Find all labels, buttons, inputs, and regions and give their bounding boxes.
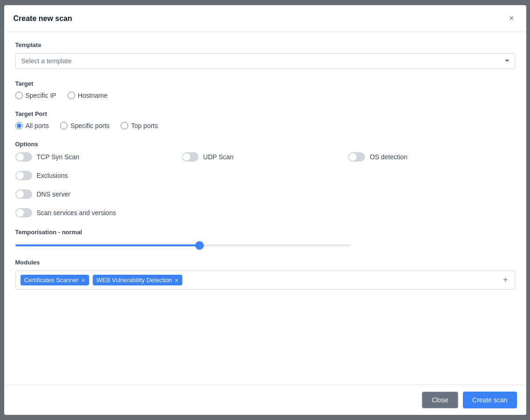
target-port-section: Target Port All ports Specific ports Top… bbox=[15, 110, 515, 129]
port-all-radio[interactable] bbox=[15, 122, 23, 129]
create-scan-button[interactable]: Create scan bbox=[463, 392, 516, 408]
scan-services-label: Scan services and versions bbox=[37, 209, 116, 217]
template-section: Template Select a template bbox=[15, 41, 515, 69]
exclusions-toggle[interactable] bbox=[15, 171, 32, 180]
modules-label: Modules bbox=[15, 259, 515, 266]
udp-scan-label: UDP Scan bbox=[203, 153, 234, 161]
modules-section: Modules Certificates Scanner × WEB Vulne… bbox=[15, 259, 515, 290]
scan-services-option: Scan services and versions bbox=[15, 208, 515, 217]
port-specific-radio[interactable] bbox=[60, 122, 68, 129]
modal-overlay: Create new scan × Template Select a temp… bbox=[0, 0, 530, 420]
template-label: Template bbox=[15, 41, 515, 48]
dns-server-option: DNS server bbox=[15, 190, 515, 199]
target-port-radio-group: All ports Specific ports Top ports bbox=[15, 122, 515, 129]
modal-header: Create new scan × bbox=[4, 5, 526, 32]
exclusions-option: Exclusions bbox=[15, 171, 515, 180]
port-all-label: All ports bbox=[26, 122, 49, 129]
scan-services-toggle[interactable] bbox=[15, 208, 32, 217]
options-section: Options TCP Syn Scan UDP Scan OS detecti… bbox=[15, 141, 515, 217]
slider-wrapper bbox=[15, 240, 351, 248]
modules-box: Certificates Scanner × WEB Vulnerability… bbox=[15, 271, 515, 290]
template-select[interactable]: Select a template bbox=[15, 53, 515, 69]
os-detection-toggle[interactable] bbox=[348, 152, 365, 162]
module-tag-certificates-scanner-remove[interactable]: × bbox=[82, 277, 85, 284]
tcp-syn-scan-toggle[interactable] bbox=[15, 152, 32, 162]
exclusions-label: Exclusions bbox=[37, 172, 68, 179]
close-icon: × bbox=[509, 14, 514, 23]
tcp-syn-scan-label: TCP Syn Scan bbox=[37, 153, 80, 161]
modal-footer: Close Create scan bbox=[4, 385, 526, 415]
temporisation-slider[interactable] bbox=[15, 244, 351, 246]
options-row-1: TCP Syn Scan UDP Scan OS detection bbox=[15, 152, 515, 162]
port-top-option[interactable]: Top ports bbox=[121, 122, 158, 129]
udp-scan-option: UDP Scan bbox=[182, 152, 348, 162]
target-hostname-radio[interactable] bbox=[68, 92, 75, 99]
os-detection-label: OS detection bbox=[370, 153, 407, 161]
target-specific-ip-radio[interactable] bbox=[15, 92, 23, 99]
port-top-label: Top ports bbox=[131, 122, 158, 129]
options-label: Options bbox=[15, 141, 515, 148]
module-tag-certificates-scanner-label: Certificates Scanner bbox=[24, 277, 79, 284]
target-port-label: Target Port bbox=[15, 110, 515, 117]
target-hostname-label: Hostname bbox=[78, 92, 108, 99]
port-specific-option[interactable]: Specific ports bbox=[60, 122, 110, 129]
module-tag-certificates-scanner: Certificates Scanner × bbox=[21, 275, 89, 285]
port-all-option[interactable]: All ports bbox=[15, 122, 49, 129]
plus-icon: + bbox=[503, 275, 508, 285]
target-radio-group: Specific IP Hostname bbox=[15, 92, 515, 99]
temporisation-label: Temporisation - normal bbox=[15, 229, 515, 236]
port-top-radio[interactable] bbox=[121, 122, 128, 129]
target-specific-ip-label: Specific IP bbox=[26, 92, 56, 99]
modules-add-button[interactable]: + bbox=[501, 275, 510, 285]
options-row-2: Exclusions bbox=[15, 171, 515, 180]
modal-dialog: Create new scan × Template Select a temp… bbox=[4, 5, 526, 415]
dns-server-toggle[interactable] bbox=[15, 190, 32, 199]
dns-server-label: DNS server bbox=[37, 190, 70, 198]
module-tag-web-vulnerability-detection: WEB Vulnerability Detection × bbox=[93, 275, 182, 285]
temporisation-section: Temporisation - normal bbox=[15, 229, 515, 248]
modal-title: Create new scan bbox=[14, 14, 72, 23]
target-specific-ip-option[interactable]: Specific IP bbox=[15, 92, 56, 99]
target-label: Target bbox=[15, 80, 515, 87]
close-button[interactable]: Close bbox=[422, 392, 458, 408]
options-row-4: Scan services and versions bbox=[15, 208, 515, 217]
target-hostname-option[interactable]: Hostname bbox=[68, 92, 108, 99]
module-tag-web-vulnerability-detection-label: WEB Vulnerability Detection bbox=[96, 277, 172, 284]
target-section: Target Specific IP Hostname bbox=[15, 80, 515, 99]
module-tag-web-vulnerability-detection-remove[interactable]: × bbox=[175, 277, 179, 284]
modal-body: Template Select a template Target Specif… bbox=[4, 32, 526, 385]
options-row-3: DNS server bbox=[15, 190, 515, 199]
port-specific-label: Specific ports bbox=[70, 122, 110, 129]
tcp-syn-scan-option: TCP Syn Scan bbox=[15, 152, 182, 162]
udp-scan-toggle[interactable] bbox=[182, 152, 199, 162]
modal-close-x-button[interactable]: × bbox=[506, 13, 517, 24]
os-detection-option: OS detection bbox=[348, 152, 515, 162]
